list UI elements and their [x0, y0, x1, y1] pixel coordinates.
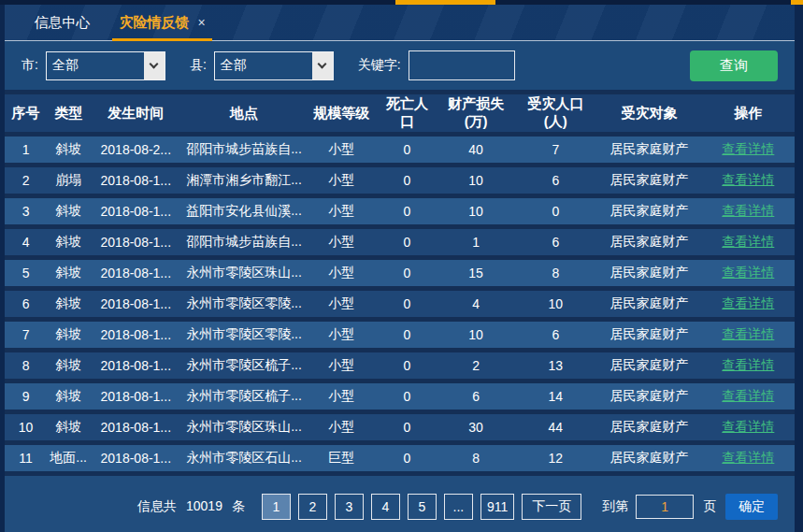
- cell-no: 1: [5, 137, 47, 163]
- goto-page-input[interactable]: [636, 495, 694, 519]
- page-ellipsis-button[interactable]: ...: [444, 494, 473, 520]
- cell-loss: 10: [437, 167, 514, 194]
- city-select-value: 全部: [47, 52, 144, 79]
- cell-no: 6: [5, 291, 47, 317]
- cell-object: 居民家庭财产: [596, 352, 701, 379]
- table-row: 7斜坡2018-08-1...永州市零陵区零陵...小型0106居民家庭财产查看…: [5, 322, 795, 348]
- page-button-911[interactable]: 911: [480, 494, 514, 520]
- cell-type: 斜坡: [47, 198, 90, 224]
- cell-loss: 6: [437, 383, 514, 410]
- view-details-link[interactable]: 查看详情: [722, 203, 774, 218]
- goto-label: 到第: [602, 498, 628, 515]
- cell-affected: 8: [514, 260, 596, 286]
- cell-scale: 小型: [307, 198, 377, 224]
- close-icon[interactable]: ×: [197, 15, 205, 30]
- city-select[interactable]: 全部: [46, 51, 165, 80]
- view-details-link[interactable]: 查看详情: [722, 265, 774, 280]
- cell-scale: 巨型: [307, 445, 377, 471]
- table-row: 6斜坡2018-08-1...永州市零陵区零陵...小型0410居民家庭财产查看…: [5, 291, 795, 317]
- search-button[interactable]: 查询: [690, 50, 778, 81]
- cell-place: 永州市零陵区零陵...: [181, 322, 306, 348]
- data-table-area: 序号类型发生时间地点规模等级死亡人 口财产损失 (万)受灾人口 (人)受灾对象操…: [5, 90, 795, 476]
- cell-loss: 4: [437, 291, 514, 317]
- keyword-input[interactable]: [409, 50, 515, 80]
- page-button-5[interactable]: 5: [408, 494, 437, 520]
- total-suffix: 条: [232, 498, 245, 515]
- county-select[interactable]: 全部: [214, 51, 334, 80]
- cell-loss: 30: [437, 414, 514, 440]
- view-details-link[interactable]: 查看详情: [722, 326, 774, 341]
- view-details-link[interactable]: 查看详情: [722, 295, 774, 310]
- cell-affected: 12: [514, 445, 596, 471]
- cell-scale: 小型: [307, 137, 377, 163]
- cell-object: 居民家庭财产: [596, 198, 701, 224]
- cell-place: 永州市零陵区梳子...: [181, 383, 306, 410]
- cell-object: 居民家庭财产: [596, 414, 701, 440]
- table-row: 11地面...2018-08-1...永州市零陵区石山...巨型0812居民家庭…: [5, 445, 795, 471]
- cell-object: 居民家庭财产: [596, 383, 701, 410]
- cell-place: 邵阳市城步苗族自...: [181, 137, 306, 163]
- cell-time: 2018-08-1...: [90, 414, 181, 440]
- column-header-1: 序号: [5, 94, 47, 132]
- cell-object: 居民家庭财产: [596, 137, 701, 163]
- cell-object: 居民家庭财产: [596, 167, 701, 194]
- cell-type: 斜坡: [47, 414, 90, 440]
- cell-type: 斜坡: [47, 229, 90, 255]
- cell-time: 2018-08-2...: [90, 137, 181, 163]
- cell-deaths: 0: [377, 291, 437, 317]
- page-button-1[interactable]: 1: [262, 494, 291, 520]
- view-details-link[interactable]: 查看详情: [722, 234, 774, 249]
- cell-object: 居民家庭财产: [596, 260, 701, 286]
- view-details-link[interactable]: 查看详情: [722, 450, 774, 465]
- keyword-label: 关键字:: [358, 57, 401, 74]
- view-details-link[interactable]: 查看详情: [722, 388, 774, 403]
- data-table: 序号类型发生时间地点规模等级死亡人 口财产损失 (万)受灾人口 (人)受灾对象操…: [5, 90, 795, 476]
- cell-place: 邵阳市城步苗族自...: [181, 229, 306, 255]
- page-button-3[interactable]: 3: [335, 494, 364, 520]
- cell-action: 查看详情: [702, 291, 795, 317]
- view-details-link[interactable]: 查看详情: [722, 141, 774, 156]
- view-details-link[interactable]: 查看详情: [722, 419, 774, 434]
- cell-time: 2018-08-1...: [90, 445, 181, 471]
- cell-no: 3: [5, 198, 47, 224]
- cell-scale: 小型: [307, 291, 377, 317]
- cell-loss: 15: [437, 260, 514, 286]
- next-page-button[interactable]: 下一页: [522, 494, 581, 520]
- cell-type: 斜坡: [47, 322, 90, 348]
- cell-time: 2018-08-1...: [90, 167, 181, 194]
- page-button-4[interactable]: 4: [371, 494, 400, 520]
- cell-scale: 小型: [307, 383, 377, 410]
- cell-deaths: 0: [377, 414, 437, 440]
- cell-deaths: 0: [377, 445, 437, 471]
- table-row: 9斜坡2018-08-1...永州市零陵区梳子...小型0614居民家庭财产查看…: [5, 383, 795, 410]
- table-row: 8斜坡2018-08-1...永州市零陵区梳子...小型0213居民家庭财产查看…: [5, 352, 795, 379]
- total-info: 信息共 10019 条: [137, 498, 245, 515]
- cell-place: 永州市零陵区零陵...: [181, 291, 306, 317]
- tab-disaster-feedback[interactable]: 灾险情反馈×: [112, 5, 212, 40]
- cell-deaths: 0: [377, 137, 437, 163]
- cell-action: 查看详情: [702, 352, 795, 379]
- tab-info-center[interactable]: 信息中心: [12, 5, 112, 40]
- table-row: 10斜坡2018-08-1...永州市零陵区珠山...小型03044居民家庭财产…: [5, 414, 795, 440]
- cell-type: 崩塌: [47, 167, 90, 194]
- cell-affected: 6: [514, 322, 596, 348]
- cell-place: 湘潭市湘乡市翻江...: [181, 167, 306, 194]
- cell-affected: 14: [514, 383, 596, 410]
- cell-scale: 小型: [307, 167, 377, 194]
- cell-deaths: 0: [377, 383, 437, 410]
- cell-scale: 小型: [307, 322, 377, 348]
- county-select-value: 全部: [215, 52, 312, 79]
- table-header-row: 序号类型发生时间地点规模等级死亡人 口财产损失 (万)受灾人口 (人)受灾对象操…: [5, 94, 795, 132]
- view-details-link[interactable]: 查看详情: [722, 357, 774, 372]
- cell-action: 查看详情: [702, 260, 795, 286]
- cell-object: 居民家庭财产: [596, 445, 701, 471]
- confirm-button[interactable]: 确定: [725, 494, 778, 520]
- view-details-link[interactable]: 查看详情: [722, 172, 774, 187]
- cell-type: 斜坡: [47, 352, 90, 379]
- cell-time: 2018-08-1...: [90, 352, 181, 379]
- page-button-2[interactable]: 2: [298, 494, 327, 520]
- cell-loss: 40: [437, 137, 514, 163]
- table-row: 2崩塌2018-08-1...湘潭市湘乡市翻江...小型0106居民家庭财产查看…: [5, 167, 795, 194]
- cell-deaths: 0: [377, 198, 437, 224]
- total-prefix: 信息共: [137, 498, 177, 515]
